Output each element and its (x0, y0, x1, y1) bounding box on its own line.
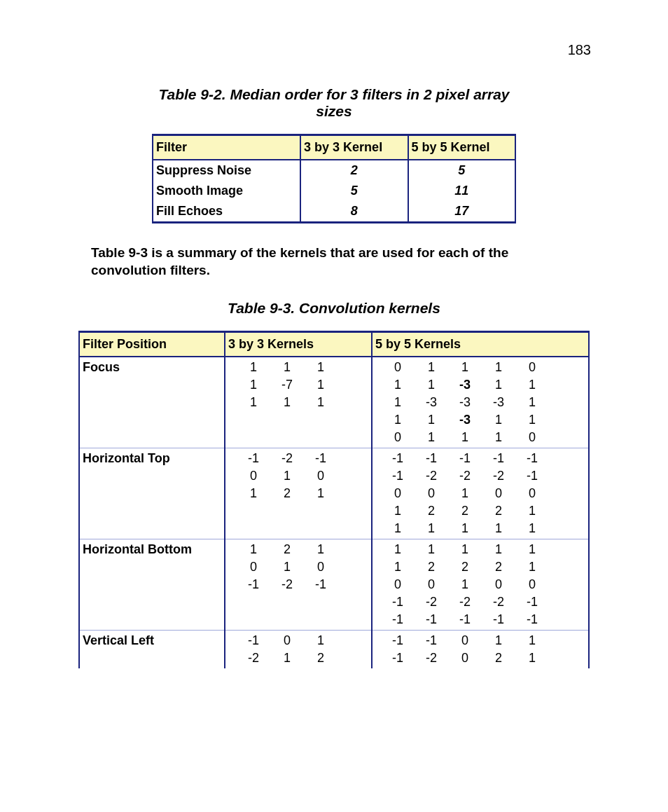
page-number: 183 (77, 42, 591, 58)
kernel-value: 1 (448, 486, 482, 501)
kernel-value: 1 (270, 651, 304, 666)
kernel-value: -1 (482, 612, 515, 627)
kernel-value: 1 (482, 542, 515, 557)
kernel-value: 1 (381, 560, 415, 574)
t93-kernel-3x3: 121010-1-2-1 (225, 539, 372, 631)
kernel-value: 1 (448, 542, 482, 557)
t93-kernel-5x5: -1-1-1-1-1-1-2-2-2-1001001222111111 (372, 448, 589, 539)
kernel-value: 2 (482, 504, 515, 518)
kernel-value: 0 (415, 577, 448, 592)
kernel-value: 2 (448, 560, 482, 574)
kernel-value: -2 (270, 451, 304, 466)
kernel-value: 1 (415, 430, 448, 445)
kernel-value: -1 (381, 633, 415, 648)
kernel-value: 1 (415, 413, 448, 427)
kernel-value: 1 (482, 413, 515, 427)
kernel-value: -1 (237, 633, 270, 648)
kernel-value: 1 (270, 469, 304, 483)
kernel-value: -2 (270, 577, 304, 592)
kernel-value: -1 (381, 451, 415, 466)
kernel-value: 0 (381, 360, 415, 375)
kernel-value: -1 (237, 451, 270, 466)
kernel-value: -1 (515, 595, 549, 610)
t92-row-label: Suppress Noise (153, 160, 300, 181)
t93-filter-position: Vertical Left (79, 631, 225, 669)
kernel-value: 1 (304, 542, 338, 557)
t92-row-label: Fill Echoes (153, 201, 300, 223)
t93-filter-position: Horizontal Bottom (79, 539, 225, 631)
kernel-value: 0 (381, 577, 415, 592)
kernel-value: 1 (482, 378, 515, 392)
kernel-value: 0 (482, 577, 515, 592)
kernel-value: 1 (515, 560, 549, 574)
kernel-value: -1 (415, 612, 448, 627)
kernel-value: -1 (415, 633, 448, 648)
kernel-value: 1 (381, 504, 415, 518)
kernel-value: 1 (482, 633, 515, 648)
kernel-value: 0 (448, 651, 482, 666)
kernel-value: 0 (270, 633, 304, 648)
kernel-value: 1 (515, 395, 549, 410)
kernel-value: -1 (304, 451, 338, 466)
table-93: Filter Position 3 by 3 Kernels 5 by 5 Ke… (78, 331, 590, 668)
kernel-value: 1 (381, 395, 415, 410)
t92-value-5x5: 11 (408, 181, 515, 201)
t92-value-3x3: 5 (300, 181, 408, 201)
t92-header-filter: Filter (153, 135, 300, 160)
kernel-value: -3 (448, 413, 482, 427)
kernel-value: 0 (515, 360, 549, 375)
kernel-value: 0 (304, 469, 338, 483)
t92-value-3x3: 8 (300, 201, 408, 223)
t93-header-5x5: 5 by 5 Kernels (372, 332, 589, 357)
table-row: Vertical Left-101-212-1-1011-1-2021 (79, 631, 589, 669)
kernel-value: 1 (482, 430, 515, 445)
kernel-value: -2 (482, 469, 515, 483)
kernel-value: -1 (515, 612, 549, 627)
kernel-value: 0 (482, 486, 515, 501)
kernel-value: 1 (515, 378, 549, 392)
kernel-value: 1 (515, 504, 549, 518)
t93-filter-position: Horizontal Top (79, 448, 225, 539)
kernel-value: -1 (381, 612, 415, 627)
intertext-paragraph: Table 9-3 is a summary of the kernels th… (91, 245, 577, 279)
table-row: Horizontal Top-1-2-1010121-1-1-1-1-1-1-2… (79, 448, 589, 539)
kernel-value: -3 (448, 378, 482, 392)
kernel-value: 1 (270, 560, 304, 574)
kernel-value: 0 (381, 486, 415, 501)
kernel-value: -2 (415, 469, 448, 483)
t92-value-5x5: 17 (408, 201, 515, 223)
kernel-value: 0 (448, 633, 482, 648)
kernel-value: -2 (415, 651, 448, 666)
kernel-value: 2 (270, 542, 304, 557)
table-92: Filter 3 by 3 Kernel 5 by 5 Kernel Suppr… (152, 134, 516, 223)
kernel-value: -1 (448, 612, 482, 627)
kernel-value: 1 (270, 360, 304, 375)
kernel-value: -1 (448, 451, 482, 466)
t93-filter-position: Focus (79, 357, 225, 448)
kernel-value: 1 (515, 542, 549, 557)
kernel-value: 1 (237, 360, 270, 375)
kernel-value: 2 (482, 560, 515, 574)
kernel-value: 2 (270, 486, 304, 501)
table-row: Smooth Image511 (153, 181, 515, 201)
table-row: Suppress Noise25 (153, 160, 515, 181)
kernel-value: 1 (237, 486, 270, 501)
kernel-value: 2 (304, 651, 338, 666)
kernel-value: 1 (237, 542, 270, 557)
t93-kernel-5x5: 0111011-3111-3-3-3111-31101110 (372, 357, 589, 448)
kernel-value: -1 (304, 577, 338, 592)
kernel-value: 1 (304, 360, 338, 375)
t93-kernel-5x5: -1-1011-1-2021 (372, 631, 589, 669)
kernel-value: 1 (415, 521, 448, 536)
kernel-value: 1 (515, 413, 549, 427)
kernel-value: -2 (448, 595, 482, 610)
t93-kernel-5x5: 111111222100100-1-2-2-2-1-1-1-1-1-1 (372, 539, 589, 631)
kernel-value: 1 (270, 395, 304, 410)
t92-header-3x3: 3 by 3 Kernel (300, 135, 408, 160)
t92-row-label: Smooth Image (153, 181, 300, 201)
kernel-value: 0 (304, 560, 338, 574)
kernel-value: 2 (482, 651, 515, 666)
kernel-value: 1 (381, 413, 415, 427)
kernel-value: 1 (448, 521, 482, 536)
t93-kernel-3x3: 1111-71111 (225, 357, 372, 448)
